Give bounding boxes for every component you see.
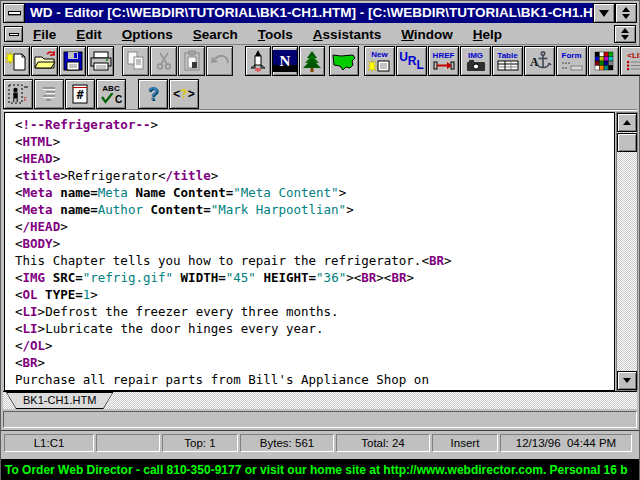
- toolbar-row-2: r#ABCC?<?>: [3, 79, 637, 110]
- href-button[interactable]: HREF: [428, 46, 459, 76]
- horizontal-scrollbar[interactable]: [3, 411, 637, 428]
- code-line: <LI>Lubricate the door hinges every year…: [15, 320, 614, 337]
- code-line: <OL TYPE=1>: [15, 286, 614, 303]
- menubar: FileEditOptionsSearchToolsAssistantsWind…: [3, 24, 637, 45]
- code-line: </HEAD>: [15, 218, 614, 235]
- button-label: Table: [497, 51, 517, 60]
- open-folder-icon: [33, 50, 57, 72]
- print-button[interactable]: [87, 46, 114, 76]
- code-line: <IMG SRC="refrig.gif" WIDTH="45" HEIGHT=…: [15, 269, 614, 286]
- form-button[interactable]: Form: [556, 46, 587, 76]
- tree-button[interactable]: [299, 46, 325, 76]
- palette-button[interactable]: [588, 46, 619, 76]
- img-button[interactable]: IMG: [460, 46, 491, 76]
- new-document-button[interactable]: New: [364, 46, 395, 76]
- code-line: <HTML>: [15, 133, 614, 150]
- menu-item-assistants[interactable]: Assistants: [303, 27, 391, 42]
- scrollbar-thumb[interactable]: [617, 133, 637, 152]
- button-label: ABC: [102, 84, 119, 93]
- restore-button[interactable]: [615, 3, 637, 23]
- usa-map-button[interactable]: [329, 46, 359, 76]
- code-line: This Chapter tells you how to repair the…: [15, 252, 614, 269]
- tab-strip: BK1-CH1.HTM: [3, 391, 637, 409]
- paste-button[interactable]: [178, 46, 205, 76]
- button-label: HREF: [433, 51, 455, 60]
- document-restore-button[interactable]: [614, 25, 636, 43]
- code-line: <Meta name=Meta Name Content="Meta Conte…: [15, 184, 614, 201]
- new-file-button[interactable]: [3, 46, 30, 76]
- line-number-button[interactable]: #: [65, 79, 95, 109]
- spell-check-icon: C: [99, 93, 123, 105]
- new-file-icon: [5, 50, 29, 72]
- scroll-down-icon: [623, 378, 631, 383]
- button-label: URL: [399, 55, 424, 67]
- netscape-button[interactable]: N: [272, 46, 298, 76]
- pine-tree-icon: [300, 50, 324, 72]
- spellcheck-button[interactable]: ABCC: [96, 79, 126, 109]
- copy-pages-icon: [124, 50, 148, 72]
- file-tab[interactable]: BK1-CH1.HTM: [6, 392, 113, 409]
- mini-page-spark-icon: [368, 59, 392, 72]
- ticker-bar: To Order Web Director - call 810-350-917…: [1, 459, 639, 480]
- ticker-text: To Order Web Director - call 810-350-917…: [1, 463, 628, 477]
- vertical-scrollbar[interactable]: [616, 112, 638, 391]
- help-button[interactable]: ?: [138, 79, 168, 109]
- copy-button[interactable]: [122, 46, 149, 76]
- save-button[interactable]: [59, 46, 86, 76]
- scroll-up-button[interactable]: [617, 113, 637, 132]
- minimize-button[interactable]: [593, 3, 615, 23]
- titlebar: WD - Editor [C:\WEBDIR\TUTORIAL\BK1-CH1.…: [3, 3, 637, 23]
- list-dots-icon: [624, 60, 640, 71]
- menu-item-tools[interactable]: Tools: [248, 27, 303, 42]
- document-system-menu-button[interactable]: [4, 26, 23, 42]
- system-menu-button[interactable]: [3, 3, 25, 23]
- printer-icon: [89, 50, 113, 72]
- menu-item-edit[interactable]: Edit: [66, 27, 112, 42]
- status-spare-field: [96, 434, 160, 452]
- window-title: WD - Editor [C:\WEBDIR\TUTORIAL\BK1-CH1.…: [25, 3, 593, 23]
- scroll-up-icon: [623, 120, 631, 125]
- button-label: IMG: [468, 51, 483, 60]
- status-bar: L1:C1Top: 1Bytes: 561Total: 24Insert12/1…: [1, 430, 639, 455]
- tag-help-button[interactable]: <?>: [169, 79, 199, 109]
- top-line-field: Top: 1: [162, 434, 238, 452]
- svg-text:A: A: [530, 55, 539, 69]
- datetime-field: 12/13/96 04:44 PM: [500, 434, 632, 452]
- netscape-n-icon: N: [273, 50, 297, 72]
- menu-item-options[interactable]: Options: [112, 27, 183, 42]
- button-label: ?: [148, 84, 159, 104]
- document-restore-icon: [621, 28, 629, 40]
- indent-button[interactable]: [34, 79, 64, 109]
- code-line: <title>Refrigerator</title>: [15, 167, 614, 184]
- cursor-position-field: L1:C1: [4, 434, 94, 452]
- button-label: Form: [562, 51, 582, 60]
- button-label: New: [371, 50, 387, 59]
- table-button[interactable]: Table: [492, 46, 523, 76]
- url-button[interactable]: URL: [396, 46, 427, 76]
- code-line: <BODY>: [15, 235, 614, 252]
- code-line: <HEAD>: [15, 150, 614, 167]
- launch-button[interactable]: [245, 46, 271, 76]
- scroll-down-button[interactable]: [617, 371, 637, 390]
- menu-item-window[interactable]: Window: [391, 27, 463, 42]
- menu-item-help[interactable]: Help: [463, 27, 512, 42]
- anchor-icon: A: [528, 50, 552, 72]
- button-label: <?>: [173, 85, 194, 103]
- insert-mode-field: Insert: [432, 434, 498, 452]
- button-label: <LI>: [627, 51, 640, 60]
- application-window: WD - Editor [C:\WEBDIR\TUTORIAL\BK1-CH1.…: [0, 0, 640, 480]
- open-file-button[interactable]: [31, 46, 58, 76]
- list-item-button[interactable]: <LI>: [620, 46, 640, 76]
- cut-button[interactable]: [150, 46, 177, 76]
- code-line: Purchase all repair parts from Bill's Ap…: [15, 371, 614, 388]
- code-editor[interactable]: <!--Refrigerator--><HTML><HEAD><title>Re…: [4, 112, 615, 391]
- color-palette-icon: [592, 50, 616, 72]
- code-line: <LI>Defrost the freezer every three mont…: [15, 303, 614, 320]
- menu-item-file[interactable]: File: [23, 27, 66, 42]
- code-line: </OL>: [15, 337, 614, 354]
- menu-item-search[interactable]: Search: [183, 27, 248, 42]
- svg-text:#: #: [76, 88, 84, 102]
- element-select-button[interactable]: r: [3, 79, 33, 109]
- undo-button[interactable]: [206, 46, 233, 76]
- anchor-button[interactable]: A: [524, 46, 555, 76]
